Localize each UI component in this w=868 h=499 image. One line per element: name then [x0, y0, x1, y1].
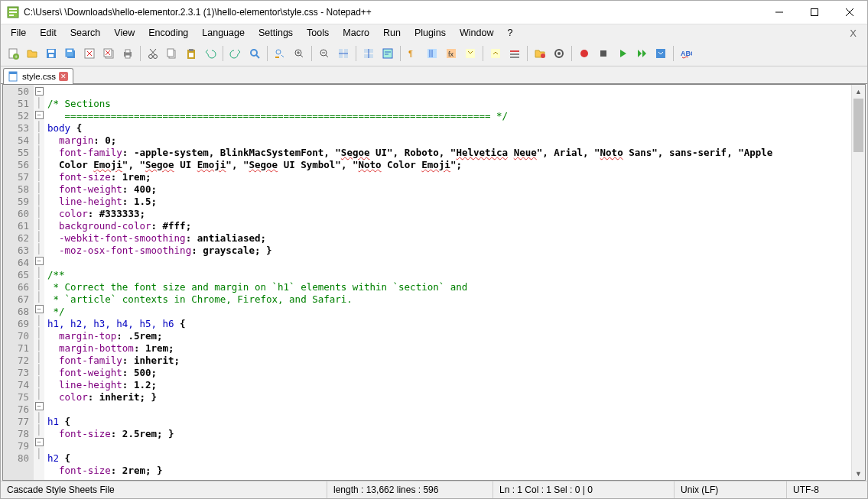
- svg-point-67: [580, 50, 588, 57]
- menu-run[interactable]: Run: [376, 26, 408, 40]
- unfold-icon[interactable]: [486, 44, 505, 63]
- svg-rect-2: [9, 11, 17, 13]
- svg-rect-61: [510, 50, 519, 52]
- sync-h-icon[interactable]: [359, 44, 378, 63]
- close-all-icon[interactable]: [99, 44, 118, 63]
- print-icon[interactable]: [119, 44, 137, 63]
- stop-icon[interactable]: [594, 44, 613, 63]
- svg-rect-72: [9, 72, 17, 74]
- fold-column: −│−│││││││││││−│││−│││││││−││−│: [34, 85, 44, 480]
- svg-rect-63: [510, 57, 519, 58]
- status-encoding: UTF-8: [787, 481, 868, 498]
- svg-rect-32: [167, 49, 174, 57]
- svg-line-44: [326, 55, 328, 57]
- close-button[interactable]: [832, 1, 867, 24]
- play-multi-icon[interactable]: [632, 44, 651, 63]
- new-file-icon[interactable]: +: [4, 44, 22, 63]
- svg-point-28: [154, 55, 158, 59]
- hide-lines-icon[interactable]: [506, 44, 524, 63]
- show-all-icon[interactable]: ¶: [404, 44, 422, 63]
- tab-close-icon[interactable]: ✕: [59, 72, 68, 81]
- svg-rect-62: [510, 53, 519, 55]
- menu-plugins[interactable]: Plugins: [408, 26, 453, 40]
- save-all-icon[interactable]: [61, 44, 80, 63]
- svg-rect-12: [48, 50, 54, 53]
- app-icon: [7, 6, 19, 18]
- menu-tools[interactable]: Tools: [300, 26, 336, 40]
- menu-language[interactable]: Language: [195, 26, 252, 40]
- window-title: C:\Users\ \Downloads\hello-elementor.2.3…: [24, 7, 762, 18]
- status-eol: Unix (LF): [675, 481, 787, 498]
- indent-guide-icon[interactable]: [423, 44, 441, 63]
- tab-bar: style.css ✕: [1, 66, 867, 84]
- svg-rect-26: [125, 55, 130, 58]
- undo-icon[interactable]: [201, 44, 219, 63]
- svg-text:ABC: ABC: [681, 50, 692, 57]
- svg-point-36: [251, 50, 257, 56]
- toolbar: +¶fxABC: [1, 41, 867, 66]
- close-icon[interactable]: [80, 44, 99, 63]
- record-icon[interactable]: [575, 44, 593, 63]
- menu-search[interactable]: Search: [63, 26, 108, 40]
- svg-text:+: +: [15, 54, 18, 60]
- find-icon[interactable]: [245, 44, 264, 63]
- status-filetype: Cascade Style Sheets File: [1, 481, 327, 498]
- menu-encoding[interactable]: Encoding: [141, 26, 195, 40]
- file-icon: [8, 71, 19, 82]
- menubar-x[interactable]: X: [842, 26, 864, 41]
- title-bar[interactable]: C:\Users\ \Downloads\hello-elementor.2.3…: [1, 1, 867, 24]
- open-file-icon[interactable]: [23, 44, 41, 63]
- monitor-icon[interactable]: [550, 44, 568, 63]
- code-content[interactable]: /* Sections ============================…: [44, 85, 851, 480]
- svg-point-27: [149, 55, 153, 59]
- svg-line-29: [151, 49, 156, 55]
- fold-icon[interactable]: [461, 44, 480, 63]
- sync-v-icon[interactable]: [334, 44, 353, 63]
- zoom-out-icon[interactable]: [315, 44, 333, 63]
- save-icon[interactable]: [42, 44, 60, 63]
- paste-icon[interactable]: [182, 44, 200, 63]
- copy-icon[interactable]: [163, 44, 181, 63]
- maximize-button[interactable]: [797, 1, 832, 24]
- menu-macro[interactable]: Macro: [336, 26, 376, 40]
- svg-rect-5: [811, 9, 818, 16]
- play-icon[interactable]: [613, 44, 632, 63]
- lang-icon[interactable]: fx: [442, 44, 460, 63]
- scrollbar-thumb[interactable]: [853, 99, 863, 152]
- scroll-down-icon[interactable]: ▼: [852, 467, 865, 480]
- cut-icon[interactable]: [144, 44, 162, 63]
- svg-point-64: [541, 53, 545, 58]
- svg-rect-13: [49, 54, 54, 57]
- svg-text:fx: fx: [448, 50, 454, 58]
- replace-icon[interactable]: [271, 44, 289, 63]
- zoom-in-icon[interactable]: [290, 44, 308, 63]
- menu-edit[interactable]: Edit: [33, 26, 63, 40]
- menu-window[interactable]: Window: [453, 26, 500, 40]
- vertical-scrollbar[interactable]: ▲ ▼: [851, 85, 865, 480]
- svg-rect-69: [656, 49, 665, 58]
- folder-icon[interactable]: [531, 44, 549, 63]
- status-length: length : 13,662 lines : 596: [327, 481, 493, 498]
- svg-rect-3: [9, 15, 14, 16]
- spellcheck-icon[interactable]: ABC: [677, 44, 695, 63]
- svg-rect-60: [491, 49, 500, 58]
- svg-rect-25: [125, 50, 130, 53]
- svg-rect-35: [189, 53, 193, 57]
- tab-style-css[interactable]: style.css ✕: [3, 68, 73, 84]
- redo-icon[interactable]: [226, 44, 245, 63]
- menu-view[interactable]: View: [107, 26, 141, 40]
- scroll-up-icon[interactable]: ▲: [852, 85, 865, 98]
- menu-help[interactable]: ?: [500, 26, 519, 40]
- line-number-gutter: 5051525354555657585960616263646566676869…: [3, 85, 34, 480]
- svg-point-38: [276, 50, 281, 54]
- svg-line-37: [256, 55, 259, 58]
- svg-rect-1: [9, 8, 17, 10]
- svg-line-40: [301, 55, 303, 57]
- save-macro-icon[interactable]: [652, 44, 670, 63]
- menu-settings[interactable]: Settings: [252, 26, 300, 40]
- wrap-icon[interactable]: [379, 44, 397, 63]
- menu-file[interactable]: File: [4, 26, 33, 40]
- tab-label: style.css: [22, 72, 56, 81]
- minimize-button[interactable]: [762, 1, 797, 24]
- svg-point-66: [558, 52, 561, 55]
